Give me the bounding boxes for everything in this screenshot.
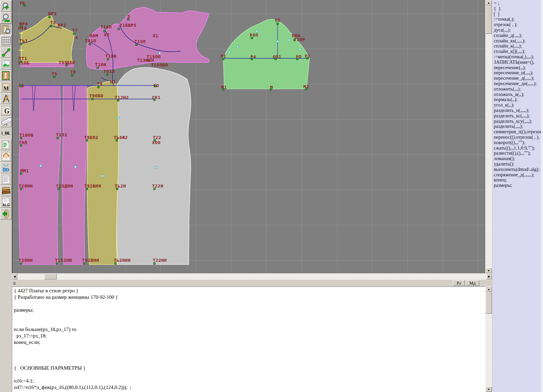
left-skirt-panel-piece[interactable] [19,85,61,264]
control-marker[interactable] [74,166,76,168]
library-button[interactable] [0,185,12,196]
scroll-up-icon[interactable]: ▲ [486,287,492,292]
editor-vscroll-thumb[interactable] [486,292,492,314]
point-marker[interactable] [56,263,58,264]
point-marker[interactable] [107,59,109,60]
point-marker[interactable] [49,16,51,18]
command-item[interactable]: дуга(,,,); [494,27,543,33]
command-item[interactable]: развести((),(),,,""); [494,151,543,156]
control-marker[interactable] [256,30,258,32]
point-marker[interactable] [98,86,99,88]
model-button[interactable]: M [0,81,12,93]
command-item[interactable]: отложить_в(,,); [494,92,543,97]
scroll-right-icon[interactable]: ▶ [486,274,492,279]
preview-pattern-button[interactable] [0,24,12,35]
control-marker[interactable] [299,48,301,51]
command-item[interactable]: [ ] [494,12,543,17]
command-item[interactable]: симметрия_л((),отрезок [494,129,543,135]
command-item[interactable]: перенос((),отрезок( , ), [494,135,543,140]
md-button[interactable]: Мд [466,280,479,286]
command-item[interactable]: разделить_ксу(,,,,); [494,119,543,124]
side-skirt-panel-piece[interactable] [87,80,119,264]
control-marker[interactable] [288,39,290,41]
control-marker[interactable] [228,51,230,53]
parameters-list-button[interactable] [0,174,12,185]
size-table-button[interactable] [0,139,12,150]
portrait-button[interactable] [0,151,12,162]
control-marker[interactable] [237,46,239,48]
ruler-button[interactable]: 7 8 [0,116,12,127]
command-item[interactable]: угол_к(,,); [494,102,543,108]
command-item[interactable]: разделить_н(,,,,,); [494,108,543,113]
point-marker[interactable] [154,263,155,264]
command-item[interactable]: удалить(); [494,161,543,167]
image-view-button[interactable] [0,58,12,70]
command-item[interactable]: ЗАПИСАТЬ(имя=(), [494,60,543,65]
point-marker[interactable] [89,43,91,45]
command-item[interactable]: :=метка(точка(,),,,,); [494,54,543,60]
command-item[interactable]: пересечение(,,); [494,65,543,71]
drafting-tools-button[interactable] [0,93,12,104]
command-item[interactable]: :=точка(,); [494,17,543,22]
scroll-up-icon[interactable]: ▲ [486,0,492,5]
command-item[interactable]: сплайн_кк(,,,,,); [494,38,543,44]
command-item[interactable]: ломаная(); [494,156,543,161]
command-item[interactable]: разделить_кс(,,,,); [494,113,543,119]
point-marker[interactable] [107,74,108,76]
point-marker[interactable] [118,28,120,30]
algorithm-code-editor[interactable]: { 4427 Платье в стиле ретро }{ Разработа… [12,287,485,392]
point-marker[interactable] [97,67,99,69]
point-marker[interactable] [277,23,279,25]
control-marker[interactable] [101,175,104,177]
scroll-down-icon[interactable]: ▼ [486,268,492,273]
point-marker[interactable] [50,25,52,27]
command-item[interactable]: конец; [494,177,543,183]
command-item[interactable]: сплайн_к[](,,,,); [494,49,543,54]
point-marker[interactable] [20,263,22,264]
canvas-vscroll-thumb[interactable] [486,5,492,34]
drafting-canvas[interactable]: Т0ВР3ВР4ПТ0Т3ВР2Т7ТЬ1хПТ1Т1ОБТ55Д8ВТ5Т8З… [12,0,485,273]
point-marker[interactable] [136,44,137,46]
command-item[interactable]: пересечение_дн(,,,,,); [494,81,543,86]
control-marker[interactable] [117,117,119,119]
command-item[interactable]: отрезок( , ); [494,22,543,27]
command-item[interactable]: разделить(,,,,); [494,124,543,129]
canvas-hscroll-thumb[interactable] [44,274,57,279]
algorithm-button[interactable]: ALG [0,197,12,208]
point-marker[interactable] [104,31,106,32]
command-item[interactable]: размеры; [494,183,543,188]
command-item[interactable]: нормаль(,,); [494,97,543,102]
command-item[interactable]: поворот((),,,""); [494,140,543,145]
command-item[interactable]: = ; [494,1,543,6]
pattern-card-button[interactable] [0,70,12,81]
zoom-out-button[interactable] [0,12,12,23]
i66-label[interactable]: i_66. [0,128,12,139]
editor-vertical-scrollbar[interactable]: ▲ ▼ [485,287,492,392]
point-marker[interactable] [57,137,59,139]
canvas-horizontal-scrollbar[interactable]: ◀ ▶ [12,273,492,280]
point-marker[interactable] [72,75,73,76]
point-marker[interactable] [73,33,75,35]
command-item[interactable]: { } [494,6,543,12]
g-module-button[interactable]: G [0,104,12,116]
command-item[interactable]: сжать((),,,1.1,0.9,""); [494,145,543,151]
mid-skirt-panel-piece[interactable] [62,85,87,264]
command-item[interactable]: пересечение_д(,,,,,); [494,76,543,81]
point-marker[interactable] [20,43,22,45]
control-marker[interactable] [40,165,42,167]
command-item[interactable]: сплайн_д(,,,,); [494,33,543,38]
point-marker[interactable] [54,76,55,78]
point-marker[interactable] [83,263,85,264]
grid-button[interactable] [0,35,12,46]
control-marker[interactable] [155,166,157,169]
view-3d-button[interactable]: 3D [0,162,12,173]
scroll-down-icon[interactable]: ▼ [486,387,492,392]
command-item[interactable]: пересечение_н(,,,,); [494,70,543,76]
command-item[interactable]: отложить(,,,); [494,86,543,92]
command-item[interactable]: сопряжение_д(,,,,,,); [494,172,543,178]
exit-button[interactable] [0,208,12,219]
measure-segment-button[interactable] [0,47,12,58]
rz-button[interactable]: Рз [453,280,465,286]
scroll-left-icon[interactable]: ◀ [12,274,17,279]
point-marker[interactable] [115,263,116,264]
